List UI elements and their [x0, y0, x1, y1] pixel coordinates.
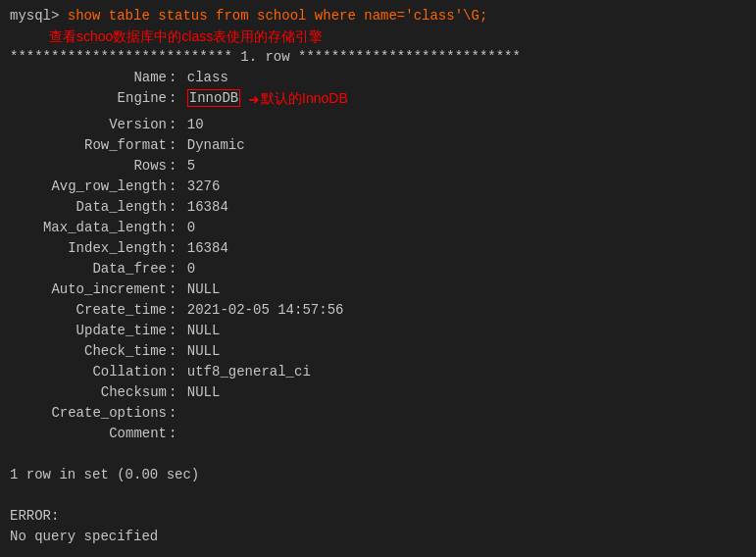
field-collation-row: Collation : utf8_general_ci: [10, 362, 746, 382]
field-value-checksum: NULL: [178, 382, 220, 403]
field-datafree-row: Data_free : 0: [10, 259, 746, 279]
field-avgrowlen-row: Avg_row_length : 3276: [10, 177, 746, 197]
field-label-name: Name: [10, 68, 167, 88]
field-label-createtime: Create_time: [10, 300, 167, 321]
field-label-datalen: Data_length: [10, 197, 167, 218]
field-value-maxdatalen: 0: [178, 218, 195, 238]
field-label-checksum: Checksum: [10, 382, 167, 403]
innodb-box: InnoDB: [187, 89, 240, 107]
field-label-avgrowlen: Avg_row_length: [10, 177, 167, 197]
command-line: mysql> show table status from school whe…: [10, 6, 746, 47]
field-rows-row: Rows : 5: [10, 156, 746, 177]
field-label-engine: Engine: [10, 88, 167, 109]
field-label-maxdatalen: Max_data_length: [10, 218, 167, 238]
field-label-rows: Rows: [10, 156, 167, 177]
error-message: No query specified: [10, 527, 746, 547]
innodb-annotation: 默认的InnoDB: [261, 88, 348, 109]
field-value-avgrowlen: 3276: [178, 177, 220, 197]
field-value-indexlen: 16384: [178, 238, 227, 259]
field-checksum-row: Checksum : NULL: [10, 382, 746, 403]
blank-3: [10, 547, 746, 557]
separator: *************************** 1. row *****…: [10, 47, 746, 68]
blank-1: [10, 444, 746, 465]
field-name-row: Name : class: [10, 68, 746, 88]
field-value-datafree: 0: [178, 259, 195, 279]
top-annotation: 查看schoo数据库中的class表使用的存储引擎: [49, 26, 323, 47]
field-version-row: Version : 10: [10, 115, 746, 135]
arrow-innodb: ➜: [248, 88, 259, 115]
field-updatetime-row: Update_time : NULL: [10, 321, 746, 341]
error-label: ERROR:: [10, 506, 746, 527]
field-value-comment: [178, 424, 186, 444]
field-createopts-row: Create_options :: [10, 403, 746, 424]
field-label-updatetime: Update_time: [10, 321, 167, 341]
field-createtime-row: Create_time : 2021-02-05 14:57:56: [10, 300, 746, 321]
command-text: show table status from school where name…: [68, 6, 487, 26]
field-value-collation: utf8_general_ci: [178, 362, 310, 382]
field-value-datalen: 16384: [178, 197, 227, 218]
blank-2: [10, 485, 746, 506]
field-label-createopts: Create_options: [10, 403, 167, 424]
field-value-checktime: NULL: [178, 341, 220, 362]
field-engine-row: Engine : InnoDB ➜ 默认的InnoDB: [10, 88, 746, 115]
field-value-createtime: 2021-02-05 14:57:56: [178, 300, 343, 321]
field-value-createopts: [178, 403, 186, 424]
field-value-autoinc: NULL: [178, 279, 220, 300]
field-value-updatetime: NULL: [178, 321, 220, 341]
field-maxdatalen-row: Max_data_length : 0: [10, 218, 746, 238]
field-value-version: 10: [178, 115, 203, 135]
summary-line: 1 row in set (0.00 sec): [10, 465, 746, 485]
field-label-datafree: Data_free: [10, 259, 167, 279]
prompt: mysql>: [10, 6, 68, 26]
field-label-checktime: Check_time: [10, 341, 167, 362]
field-rowformat-row: Row_format : Dynamic: [10, 135, 746, 156]
field-value-rows: 5: [178, 156, 195, 177]
field-label-indexlen: Index_length: [10, 238, 167, 259]
terminal: mysql> show table status from school whe…: [10, 6, 746, 557]
field-indexlen-row: Index_length : 16384: [10, 238, 746, 259]
field-value-engine: InnoDB: [178, 88, 240, 109]
field-label-comment: Comment: [10, 424, 167, 444]
field-label-collation: Collation: [10, 362, 167, 382]
field-label-version: Version: [10, 115, 167, 135]
field-comment-row: Comment :: [10, 424, 746, 444]
field-label-autoinc: Auto_increment: [10, 279, 167, 300]
field-autoinc-row: Auto_increment : NULL: [10, 279, 746, 300]
field-label-rowformat: Row_format: [10, 135, 167, 156]
field-value-name: class: [178, 68, 227, 88]
field-checktime-row: Check_time : NULL: [10, 341, 746, 362]
field-value-rowformat: Dynamic: [178, 135, 244, 156]
field-datalen-row: Data_length : 16384: [10, 197, 746, 218]
